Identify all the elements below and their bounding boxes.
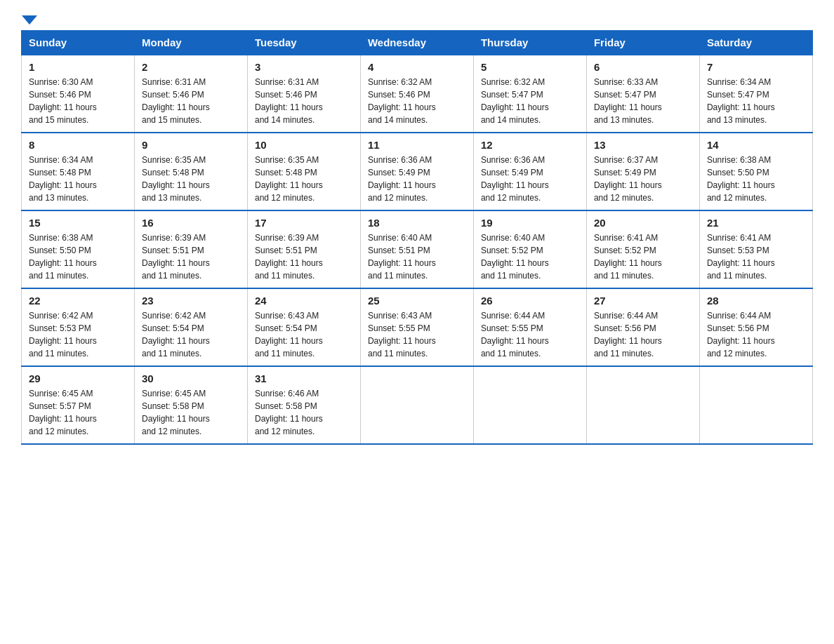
calendar-header-monday: Monday — [134, 31, 247, 55]
day-info: Sunrise: 6:41 AM Sunset: 5:52 PM Dayligh… — [594, 232, 692, 282]
calendar-cell — [699, 366, 812, 444]
page-header — [21, 14, 813, 23]
calendar-cell: 16 Sunrise: 6:39 AM Sunset: 5:51 PM Dayl… — [134, 210, 247, 288]
day-number: 2 — [142, 61, 240, 73]
calendar-cell: 23 Sunrise: 6:42 AM Sunset: 5:54 PM Dayl… — [134, 288, 247, 366]
day-number: 21 — [707, 217, 805, 229]
day-number: 7 — [707, 61, 805, 73]
calendar-week-row: 29 Sunrise: 6:45 AM Sunset: 5:57 PM Dayl… — [22, 366, 813, 444]
day-number: 22 — [29, 295, 127, 307]
calendar-cell: 18 Sunrise: 6:40 AM Sunset: 5:51 PM Dayl… — [360, 210, 473, 288]
calendar-cell: 9 Sunrise: 6:35 AM Sunset: 5:48 PM Dayli… — [134, 133, 247, 210]
calendar-cell: 11 Sunrise: 6:36 AM Sunset: 5:49 PM Dayl… — [360, 133, 473, 210]
logo-row1 — [21, 14, 37, 23]
day-number: 4 — [368, 61, 466, 73]
day-info: Sunrise: 6:41 AM Sunset: 5:53 PM Dayligh… — [707, 232, 805, 282]
day-info: Sunrise: 6:38 AM Sunset: 5:50 PM Dayligh… — [29, 232, 127, 282]
day-number: 26 — [481, 295, 579, 307]
calendar-week-row: 22 Sunrise: 6:42 AM Sunset: 5:53 PM Dayl… — [22, 288, 813, 366]
calendar-cell: 22 Sunrise: 6:42 AM Sunset: 5:53 PM Dayl… — [22, 288, 135, 366]
day-info: Sunrise: 6:43 AM Sunset: 5:54 PM Dayligh… — [255, 309, 353, 360]
day-info: Sunrise: 6:35 AM Sunset: 5:48 PM Dayligh… — [255, 154, 353, 204]
day-info: Sunrise: 6:34 AM Sunset: 5:47 PM Dayligh… — [707, 76, 805, 126]
calendar-cell: 1 Sunrise: 6:30 AM Sunset: 5:46 PM Dayli… — [22, 55, 135, 133]
calendar-cell: 4 Sunrise: 6:32 AM Sunset: 5:46 PM Dayli… — [360, 55, 473, 133]
calendar-header-row: SundayMondayTuesdayWednesdayThursdayFrid… — [22, 31, 813, 55]
calendar-table: SundayMondayTuesdayWednesdayThursdayFrid… — [21, 30, 813, 445]
day-number: 19 — [481, 217, 579, 229]
day-info: Sunrise: 6:30 AM Sunset: 5:46 PM Dayligh… — [29, 76, 127, 126]
day-number: 8 — [29, 139, 127, 151]
calendar-header-thursday: Thursday — [473, 31, 586, 55]
calendar-cell: 8 Sunrise: 6:34 AM Sunset: 5:48 PM Dayli… — [22, 133, 135, 210]
calendar-cell — [360, 366, 473, 444]
day-info: Sunrise: 6:36 AM Sunset: 5:49 PM Dayligh… — [481, 154, 579, 204]
day-number: 14 — [707, 139, 805, 151]
calendar-week-row: 8 Sunrise: 6:34 AM Sunset: 5:48 PM Dayli… — [22, 133, 813, 210]
calendar-cell: 28 Sunrise: 6:44 AM Sunset: 5:56 PM Dayl… — [699, 288, 812, 366]
day-info: Sunrise: 6:42 AM Sunset: 5:53 PM Dayligh… — [29, 309, 127, 360]
day-number: 9 — [142, 139, 240, 151]
calendar-header-friday: Friday — [586, 31, 699, 55]
day-info: Sunrise: 6:38 AM Sunset: 5:50 PM Dayligh… — [707, 154, 805, 204]
day-number: 30 — [142, 373, 240, 384]
day-info: Sunrise: 6:32 AM Sunset: 5:46 PM Dayligh… — [368, 76, 466, 126]
calendar-week-row: 15 Sunrise: 6:38 AM Sunset: 5:50 PM Dayl… — [22, 210, 813, 288]
day-info: Sunrise: 6:44 AM Sunset: 5:56 PM Dayligh… — [594, 309, 692, 360]
day-number: 15 — [29, 217, 127, 229]
day-number: 17 — [255, 217, 353, 229]
day-info: Sunrise: 6:31 AM Sunset: 5:46 PM Dayligh… — [142, 76, 240, 126]
day-number: 11 — [368, 139, 466, 151]
calendar-cell: 26 Sunrise: 6:44 AM Sunset: 5:55 PM Dayl… — [473, 288, 586, 366]
day-info: Sunrise: 6:39 AM Sunset: 5:51 PM Dayligh… — [255, 232, 353, 282]
day-number: 20 — [594, 217, 692, 229]
day-number: 16 — [142, 217, 240, 229]
calendar-cell: 13 Sunrise: 6:37 AM Sunset: 5:49 PM Dayl… — [586, 133, 699, 210]
day-number: 13 — [594, 139, 692, 151]
calendar-cell: 31 Sunrise: 6:46 AM Sunset: 5:58 PM Dayl… — [247, 366, 360, 444]
calendar-cell: 27 Sunrise: 6:44 AM Sunset: 5:56 PM Dayl… — [586, 288, 699, 366]
day-info: Sunrise: 6:45 AM Sunset: 5:58 PM Dayligh… — [142, 387, 240, 438]
calendar-cell: 25 Sunrise: 6:43 AM Sunset: 5:55 PM Dayl… — [360, 288, 473, 366]
day-number: 24 — [255, 295, 353, 307]
calendar-cell: 6 Sunrise: 6:33 AM Sunset: 5:47 PM Dayli… — [586, 55, 699, 133]
calendar-cell: 19 Sunrise: 6:40 AM Sunset: 5:52 PM Dayl… — [473, 210, 586, 288]
day-number: 3 — [255, 61, 353, 73]
day-info: Sunrise: 6:32 AM Sunset: 5:47 PM Dayligh… — [481, 76, 579, 126]
day-info: Sunrise: 6:44 AM Sunset: 5:56 PM Dayligh… — [707, 309, 805, 360]
day-info: Sunrise: 6:34 AM Sunset: 5:48 PM Dayligh… — [29, 154, 127, 204]
day-info: Sunrise: 6:35 AM Sunset: 5:48 PM Dayligh… — [142, 154, 240, 204]
calendar-cell: 7 Sunrise: 6:34 AM Sunset: 5:47 PM Dayli… — [699, 55, 812, 133]
day-number: 27 — [594, 295, 692, 307]
calendar-cell: 2 Sunrise: 6:31 AM Sunset: 5:46 PM Dayli… — [134, 55, 247, 133]
day-number: 25 — [368, 295, 466, 307]
calendar-cell: 30 Sunrise: 6:45 AM Sunset: 5:58 PM Dayl… — [134, 366, 247, 444]
day-info: Sunrise: 6:44 AM Sunset: 5:55 PM Dayligh… — [481, 309, 579, 360]
day-number: 5 — [481, 61, 579, 73]
calendar-cell — [586, 366, 699, 444]
day-number: 29 — [29, 373, 127, 384]
calendar-cell: 15 Sunrise: 6:38 AM Sunset: 5:50 PM Dayl… — [22, 210, 135, 288]
calendar-header-wednesday: Wednesday — [360, 31, 473, 55]
day-info: Sunrise: 6:37 AM Sunset: 5:49 PM Dayligh… — [594, 154, 692, 204]
day-number: 10 — [255, 139, 353, 151]
day-number: 6 — [594, 61, 692, 73]
calendar-cell: 29 Sunrise: 6:45 AM Sunset: 5:57 PM Dayl… — [22, 366, 135, 444]
day-number: 18 — [368, 217, 466, 229]
day-info: Sunrise: 6:40 AM Sunset: 5:52 PM Dayligh… — [481, 232, 579, 282]
calendar-cell: 24 Sunrise: 6:43 AM Sunset: 5:54 PM Dayl… — [247, 288, 360, 366]
calendar-cell: 12 Sunrise: 6:36 AM Sunset: 5:49 PM Dayl… — [473, 133, 586, 210]
day-number: 1 — [29, 61, 127, 73]
calendar-week-row: 1 Sunrise: 6:30 AM Sunset: 5:46 PM Dayli… — [22, 55, 813, 133]
calendar-cell: 3 Sunrise: 6:31 AM Sunset: 5:46 PM Dayli… — [247, 55, 360, 133]
day-info: Sunrise: 6:42 AM Sunset: 5:54 PM Dayligh… — [142, 309, 240, 360]
day-info: Sunrise: 6:46 AM Sunset: 5:58 PM Dayligh… — [255, 387, 353, 438]
day-number: 12 — [481, 139, 579, 151]
calendar-header-tuesday: Tuesday — [247, 31, 360, 55]
calendar-cell: 14 Sunrise: 6:38 AM Sunset: 5:50 PM Dayl… — [699, 133, 812, 210]
calendar-header-sunday: Sunday — [22, 31, 135, 55]
calendar-cell: 21 Sunrise: 6:41 AM Sunset: 5:53 PM Dayl… — [699, 210, 812, 288]
day-info: Sunrise: 6:36 AM Sunset: 5:49 PM Dayligh… — [368, 154, 466, 204]
day-info: Sunrise: 6:45 AM Sunset: 5:57 PM Dayligh… — [29, 387, 127, 438]
calendar-cell: 10 Sunrise: 6:35 AM Sunset: 5:48 PM Dayl… — [247, 133, 360, 210]
